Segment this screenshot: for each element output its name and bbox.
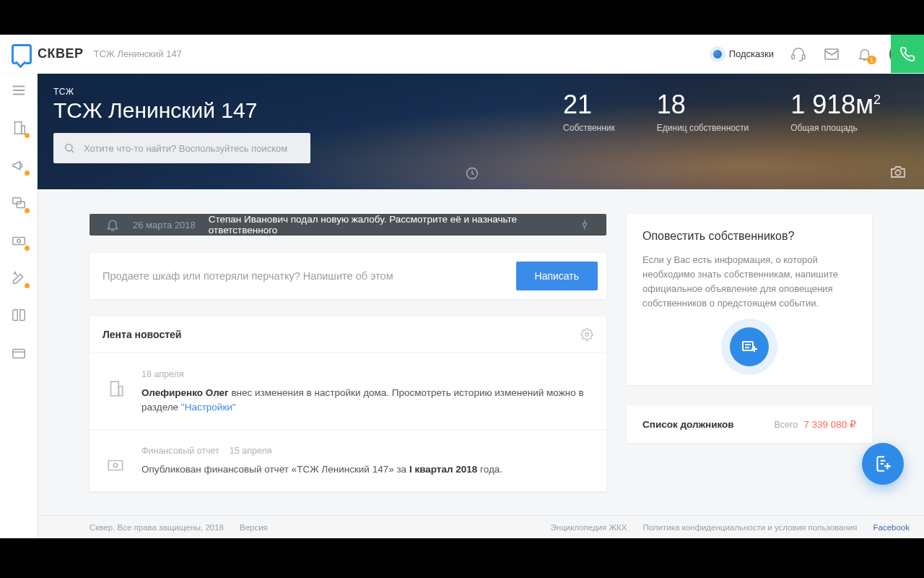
stat-owners: 21 Собственник (563, 90, 615, 133)
brand-subtitle: ТСЖ Ленинский 147 (94, 48, 182, 59)
notifications-badge: 1 (867, 56, 876, 64)
footer: Сквер. Все права защищены, 2018 Версия Э… (38, 515, 924, 538)
svg-rect-12 (12, 237, 25, 244)
hints-toggle[interactable]: Подсказки (713, 48, 774, 59)
footer-link-policy[interactable]: Политика конфиденциальности и условия по… (642, 523, 857, 532)
feed-title: Лента новостей (103, 329, 580, 340)
svg-rect-0 (792, 54, 795, 59)
sidebar (0, 74, 38, 538)
hero-banner: ТСЖ ТСЖ Ленинский 147 21 Собственник 18 … (38, 74, 924, 189)
support-icon[interactable] (790, 46, 807, 63)
footer-copyright: Сквер. Все права защищены, 2018 (90, 523, 224, 532)
topbar: СКВЕР ТСЖ Ленинский 147 Подсказки 1 (0, 35, 924, 74)
notice-date: 26 марта 2018 (133, 220, 196, 230)
svg-rect-7 (21, 126, 25, 134)
create-announcement-button[interactable] (730, 327, 769, 366)
pin-icon[interactable] (579, 219, 590, 230)
building-icon (103, 368, 128, 415)
report-icon (103, 444, 128, 477)
bell-icon (105, 217, 120, 232)
notify-card-title: Оповестить собственников? (642, 230, 856, 243)
hints-dot-icon (713, 50, 722, 59)
feed-item-author: Олефиренко Олег (141, 387, 229, 398)
footer-link-wiki[interactable]: Энциклопедия ЖКХ (551, 523, 627, 532)
sidebar-item-money[interactable] (9, 231, 28, 250)
call-button[interactable] (891, 35, 924, 73)
gear-icon[interactable] (580, 328, 593, 341)
composer-input[interactable] (103, 270, 506, 282)
camera-icon[interactable] (889, 163, 907, 181)
floating-add-button[interactable] (862, 443, 904, 485)
debtors-card: Список должников Всего 7 339 080 ₽ (627, 405, 872, 443)
svg-rect-6 (14, 122, 21, 134)
feed-item-date: 15 апреля (230, 444, 272, 458)
svg-point-19 (896, 171, 901, 176)
sidebar-item-chat[interactable] (9, 194, 28, 212)
svg-rect-23 (108, 461, 123, 470)
svg-point-20 (585, 333, 589, 337)
search-icon (64, 142, 75, 154)
notice-text: Степан Иванович подал новую жалобу. Расс… (209, 214, 566, 236)
hero-stats: 21 Собственник 18 Единиц собственности 1… (563, 90, 881, 133)
feed-item-category: Финансовый отчет (141, 444, 219, 458)
sidebar-item-megaphone[interactable] (9, 156, 28, 175)
sidebar-item-tools[interactable] (9, 269, 28, 288)
brand-name: СКВЕР (38, 46, 84, 61)
svg-point-13 (17, 239, 20, 243)
notifications-icon[interactable]: 1 (856, 46, 873, 63)
svg-rect-14 (12, 350, 25, 358)
logo[interactable]: СКВЕР (12, 44, 84, 64)
mail-icon[interactable] (823, 46, 840, 63)
logo-icon (12, 44, 32, 64)
notice-strip[interactable]: 26 марта 2018 Степан Иванович подал нову… (90, 214, 606, 236)
svg-point-24 (113, 464, 117, 467)
sidebar-item-book[interactable] (9, 306, 28, 325)
feed-item[interactable]: Финансовый отчет15 апреля Опубликован фи… (90, 430, 606, 492)
svg-rect-21 (111, 381, 119, 396)
feed-item[interactable]: 18 апреля Олефиренко Олег внес изменения… (90, 353, 606, 430)
svg-rect-1 (803, 54, 806, 59)
stat-area: 1 918м2 Общая площадь (790, 90, 881, 133)
clock-icon[interactable] (465, 166, 479, 181)
footer-version[interactable]: Версия (240, 523, 268, 532)
svg-point-16 (66, 144, 72, 151)
composer-submit-button[interactable]: Написать (516, 262, 598, 290)
feed-item-date: 18 апреля (141, 368, 184, 381)
menu-toggle-icon[interactable] (9, 81, 28, 100)
feed-item-link[interactable]: "Настройки" (181, 402, 236, 413)
sidebar-item-building[interactable] (9, 118, 28, 137)
stat-units: 18 Единиц собственности (657, 90, 749, 133)
svg-rect-25 (743, 342, 753, 350)
topbar-right: Подсказки 1 (713, 43, 912, 66)
notify-card: Оповестить собственников? Если у Вас ест… (627, 214, 872, 385)
svg-line-17 (71, 150, 74, 152)
hints-label: Подсказки (729, 48, 774, 59)
content: ТСЖ ТСЖ Ленинский 147 21 Собственник 18 … (38, 74, 924, 538)
notify-card-text: Если у Вас есть информация, о которой не… (642, 253, 856, 311)
svg-rect-2 (825, 49, 838, 59)
search-input[interactable] (84, 143, 300, 154)
sidebar-item-card[interactable] (9, 344, 28, 363)
svg-rect-22 (118, 387, 122, 396)
footer-link-facebook[interactable]: Facebook (873, 523, 910, 532)
debtors-title: Список должников (642, 419, 774, 430)
news-feed: Лента новостей 18 апреля Олефире (90, 316, 606, 492)
composer: Написать (90, 253, 606, 299)
search-box[interactable] (53, 133, 310, 163)
debtors-total-label: Всего (774, 420, 798, 430)
